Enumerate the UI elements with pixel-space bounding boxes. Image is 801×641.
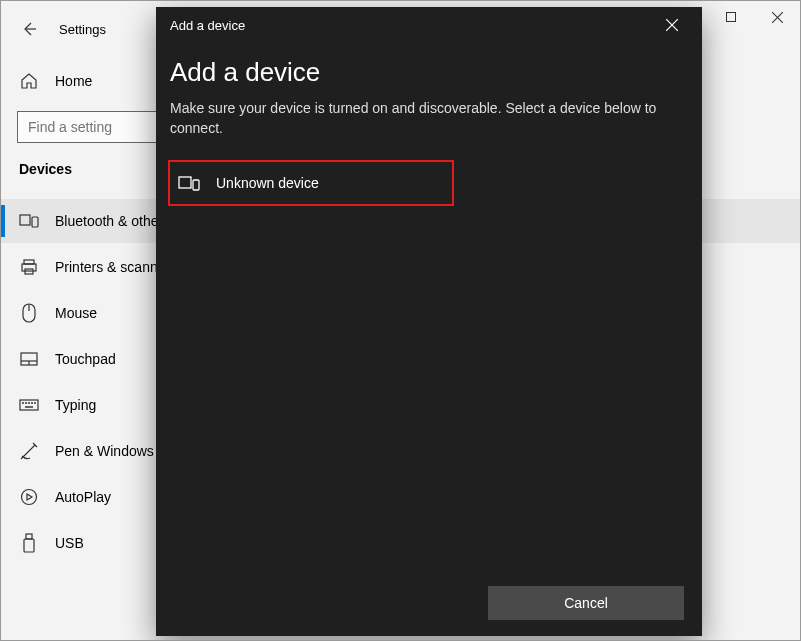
- device-item-unknown[interactable]: Unknown device: [168, 160, 454, 206]
- svg-rect-30: [193, 180, 199, 190]
- add-device-dialog: Add a device Add a device Make sure your…: [156, 7, 702, 636]
- devices-icon: [19, 211, 39, 231]
- nav-label: Typing: [55, 397, 96, 413]
- nav-label: AutoPlay: [55, 489, 111, 505]
- dialog-close-button[interactable]: [656, 9, 688, 41]
- svg-rect-17: [20, 400, 38, 410]
- mouse-icon: [19, 303, 39, 323]
- svg-rect-10: [22, 264, 36, 271]
- device-label: Unknown device: [216, 175, 319, 191]
- svg-rect-25: [26, 534, 32, 539]
- home-icon: [19, 71, 39, 91]
- touchpad-icon: [19, 349, 39, 369]
- nav-label: Touchpad: [55, 351, 116, 367]
- svg-rect-7: [20, 215, 30, 225]
- keyboard-icon: [19, 395, 39, 415]
- pen-icon: [19, 441, 39, 461]
- dialog-subtitle: Make sure your device is turned on and d…: [156, 98, 702, 157]
- home-label: Home: [55, 73, 92, 89]
- dialog-title: Add a device: [156, 43, 702, 98]
- svg-point-24: [22, 490, 37, 505]
- close-button[interactable]: [754, 1, 800, 33]
- dialog-header-title: Add a device: [170, 18, 245, 33]
- printer-icon: [19, 257, 39, 277]
- nav-label: USB: [55, 535, 84, 551]
- window-title: Settings: [59, 22, 106, 37]
- nav-label: Mouse: [55, 305, 97, 321]
- device-icon: [178, 172, 200, 194]
- cancel-button[interactable]: Cancel: [488, 586, 684, 620]
- svg-rect-26: [24, 539, 34, 552]
- svg-rect-29: [179, 177, 191, 188]
- back-button[interactable]: [19, 19, 39, 39]
- svg-rect-8: [32, 217, 38, 227]
- maximize-button[interactable]: [708, 1, 754, 33]
- svg-rect-1: [727, 13, 736, 22]
- svg-rect-9: [24, 260, 34, 264]
- usb-icon: [19, 533, 39, 553]
- autoplay-icon: [19, 487, 39, 507]
